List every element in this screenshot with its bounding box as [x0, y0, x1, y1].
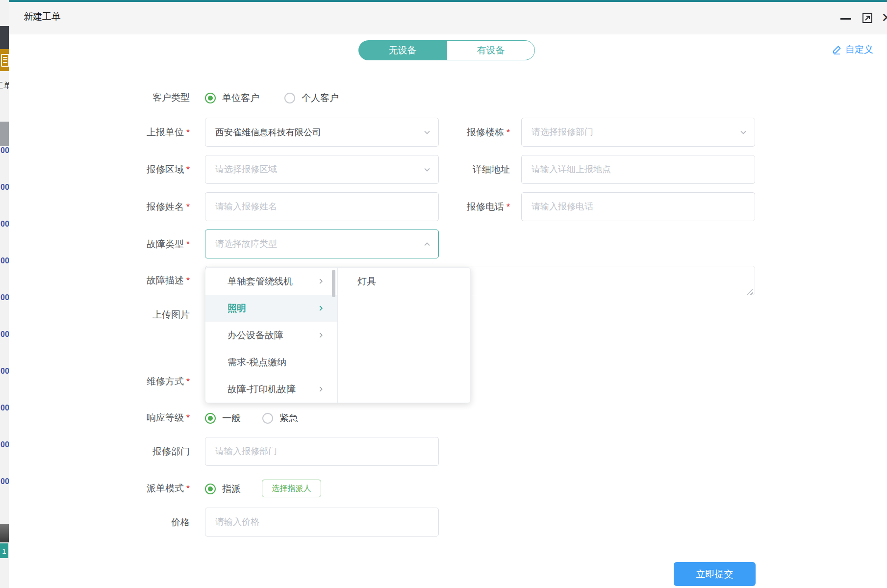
radio-unit-customer[interactable]: 单位客户 — [205, 92, 259, 104]
maximize-button[interactable] — [860, 2, 875, 34]
label-phone: 报修电话 — [422, 192, 510, 222]
radio-selected-icon — [205, 413, 216, 424]
background-number: 00 — [0, 146, 9, 155]
background-menu-fragment: 工单 — [0, 80, 10, 91]
background-app-logo — [0, 49, 9, 71]
radio-level-normal[interactable]: 一般 — [205, 412, 241, 425]
customize-label: 自定义 — [845, 43, 873, 56]
label-report-unit: 上报单位 — [98, 118, 190, 147]
label-upload: 上传图片 — [98, 300, 190, 329]
edit-pencil-icon — [832, 45, 842, 54]
dropdown-item-winding-machine[interactable]: 单轴套管绕线机 — [205, 268, 337, 295]
label-response-level: 响应等级 — [98, 403, 190, 433]
dropdown-item-lighting[interactable]: 照明 — [205, 295, 337, 322]
screen: 工单 00000000000000000000 1 新建工单 ✕ 无设备 有设备… — [0, 0, 887, 588]
background-number: 00 — [0, 293, 9, 302]
radio-level-urgent[interactable]: 紧急 — [262, 412, 298, 425]
fault-type-dropdown: 单轴套管绕线机 照明 办公设备故障 需求-税点缴纳 — [205, 267, 471, 403]
background-page-strip: 工单 00000000000000000000 1 — [0, 0, 9, 588]
building-select[interactable] — [521, 118, 755, 147]
phone-input[interactable] — [521, 192, 755, 221]
label-report-dept: 报修部门 — [98, 437, 190, 466]
background-table-header-fragment — [0, 122, 9, 146]
radio-label: 一般 — [222, 412, 241, 425]
report-dept-field[interactable] — [205, 437, 439, 466]
submit-button[interactable]: 立即提交 — [674, 562, 756, 586]
name-field[interactable] — [205, 192, 439, 221]
report-unit-input[interactable] — [205, 118, 439, 147]
radio-label: 个人客户 — [302, 92, 339, 104]
dialog-titlebar: 新建工单 ✕ — [9, 2, 887, 34]
background-scroll-fragment — [0, 524, 9, 542]
label-fault-type: 故障类型 — [98, 230, 190, 259]
report-unit-select[interactable] — [205, 118, 439, 147]
background-number: 00 — [0, 183, 9, 192]
radio-selected-icon — [205, 93, 216, 103]
building-input[interactable] — [521, 118, 755, 147]
label-dispatch-mode: 派单模式 — [98, 474, 190, 503]
choose-assignee-button[interactable]: 选择指派人 — [262, 480, 321, 497]
dropdown-level2: 灯具 — [338, 268, 470, 403]
area-select[interactable] — [205, 155, 439, 184]
label-building: 报修楼栋 — [422, 118, 510, 147]
radio-label: 紧急 — [279, 412, 298, 425]
minimize-button[interactable] — [838, 2, 853, 34]
background-number: 00 — [0, 367, 9, 376]
chevron-right-icon — [317, 332, 325, 339]
price-field[interactable] — [205, 508, 439, 537]
price-input[interactable] — [205, 508, 439, 537]
dropdown-level1: 单轴套管绕线机 照明 办公设备故障 需求-税点缴纳 — [205, 268, 338, 403]
phone-field[interactable] — [521, 192, 755, 221]
label-customer-type: 客户类型 — [98, 83, 190, 112]
radio-label: 单位客户 — [222, 92, 259, 104]
customize-link[interactable]: 自定义 — [832, 43, 873, 56]
background-page-badge: 1 — [0, 543, 8, 558]
chevron-right-icon — [317, 305, 325, 312]
dropdown-item-printer-fault[interactable]: 故障-打印机故障 — [205, 376, 337, 403]
dialog-title: 新建工单 — [24, 2, 61, 34]
label-name: 报修姓名 — [98, 192, 190, 222]
device-tabs: 无设备 有设备 — [358, 40, 535, 60]
close-button[interactable]: ✕ — [878, 2, 887, 34]
dropdown-item-office-equipment[interactable]: 办公设备故障 — [205, 322, 337, 349]
tab-has-device[interactable]: 有设备 — [447, 40, 535, 60]
tab-no-device[interactable]: 无设备 — [358, 40, 447, 60]
background-number: 00 — [0, 330, 9, 339]
background-sidebar-fragment — [0, 26, 9, 49]
fault-type-select[interactable] — [205, 230, 439, 258]
background-number: 00 — [0, 256, 9, 265]
radio-unselected-icon — [284, 93, 295, 103]
radio-selected-icon — [205, 484, 216, 494]
maximize-icon — [862, 12, 873, 24]
address-input[interactable] — [521, 155, 755, 184]
report-dept-input[interactable] — [205, 437, 439, 466]
dropdown-item-tax-payment[interactable]: 需求-税点缴纳 — [205, 349, 337, 376]
radio-assign[interactable]: 指派 — [205, 483, 241, 495]
background-number: 00 — [0, 440, 9, 449]
radio-unselected-icon — [262, 413, 273, 424]
dropdown-scrollbar-thumb[interactable] — [332, 270, 335, 297]
area-input[interactable] — [205, 155, 439, 184]
resize-grip-icon[interactable] — [746, 288, 753, 295]
dialog-top-accent-line — [9, 0, 887, 2]
background-number: 00 — [0, 404, 9, 412]
label-price: 价格 — [98, 508, 190, 537]
background-number: 00 — [0, 477, 9, 486]
label-area: 报修区域 — [98, 155, 190, 184]
document-icon — [1, 54, 9, 67]
name-input[interactable] — [205, 192, 439, 221]
address-field[interactable] — [521, 155, 755, 184]
minimize-icon — [840, 18, 851, 20]
label-address: 详细地址 — [422, 155, 510, 184]
close-icon: ✕ — [882, 10, 887, 26]
fault-type-input[interactable] — [205, 230, 439, 258]
dropdown-item-lamps[interactable]: 灯具 — [338, 268, 470, 295]
chevron-right-icon — [317, 385, 325, 393]
radio-personal-customer[interactable]: 个人客户 — [284, 92, 339, 104]
label-fault-desc: 故障描述 — [98, 266, 190, 295]
background-number: 00 — [0, 220, 9, 229]
chevron-right-icon — [317, 278, 325, 285]
radio-label: 指派 — [222, 483, 241, 495]
label-repair-method: 维修方式 — [98, 367, 190, 396]
